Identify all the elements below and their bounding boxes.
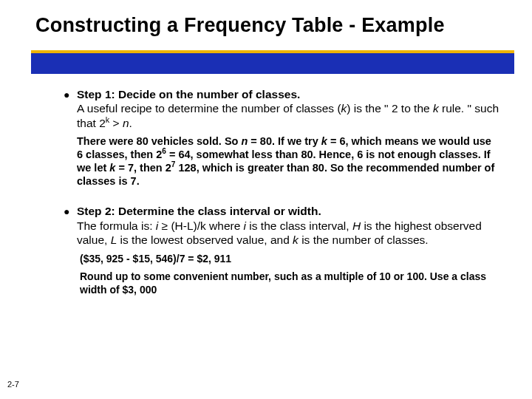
t: The formula is: (77, 219, 156, 232)
t: = 80. If we try (248, 135, 321, 147)
t: (H-L)/k where (168, 219, 244, 232)
step2-heading: Step 2: Determine the class interval or … (77, 205, 321, 217)
bullet-step1: ● Step 1: Decide on the number of classe… (64, 87, 502, 130)
t: ) is the " 2 to the (347, 102, 433, 115)
accent-blue-bar (31, 53, 514, 74)
content-area: ● Step 1: Decide on the number of classe… (35, 87, 514, 296)
var-n: n (241, 135, 248, 147)
step1-note: There were 80 vehicles sold. So n = 80. … (77, 134, 502, 188)
ge-symbol: ≥ (162, 219, 168, 232)
var-n: n (123, 117, 129, 129)
step2-body: Step 2: Determine the class interval or … (77, 204, 502, 247)
accent-bar-group (31, 50, 514, 74)
var-k: k (433, 102, 439, 115)
step2-calc: ($35, 925 - $15, 546)/7 = $2, 911 (80, 252, 502, 265)
slide-title: Constructing a Frequency Table - Example (35, 13, 514, 38)
page-number: 2-7 (7, 380, 19, 389)
var-k: k (293, 233, 299, 246)
t: is the class interval, (246, 219, 352, 232)
bullet-step2: ● Step 2: Determine the class interval o… (64, 204, 502, 247)
t: . (129, 117, 132, 129)
step1-body: Step 1: Decide on the number of classes.… (77, 87, 502, 130)
t: A useful recipe to determine the number … (77, 102, 341, 115)
var-k: k (321, 135, 327, 147)
bullet-icon: ● (64, 87, 77, 101)
t: is the number of classes. (299, 233, 429, 246)
t: = 7, then 2 (115, 162, 171, 174)
step2-round: Round up to some convenient number, such… (80, 270, 502, 296)
t: > (109, 117, 123, 129)
bullet-icon: ● (64, 204, 77, 218)
step1-heading: Step 1: Decide on the number of classes. (77, 88, 300, 100)
t: is the lowest observed value, and (117, 233, 293, 246)
var-h: H (352, 219, 361, 232)
t: There were 80 vehicles sold. So (77, 135, 241, 147)
var-l: L (111, 233, 117, 246)
